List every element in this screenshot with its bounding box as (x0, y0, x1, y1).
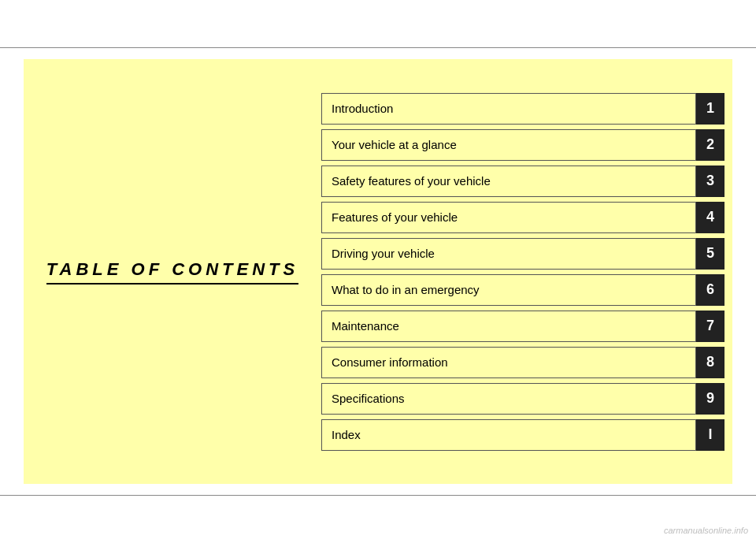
toc-item-number: I (696, 419, 724, 451)
toc-list: Introduction1Your vehicle at a glance2Sa… (321, 81, 732, 463)
toc-item[interactable]: Maintenance7 (321, 311, 724, 342)
toc-item[interactable]: Specifications9 (321, 383, 724, 415)
toc-item-number: 9 (696, 383, 724, 415)
toc-item-label: Safety features of your vehicle (321, 166, 696, 197)
toc-item-label: Your vehicle at a glance (321, 129, 696, 161)
main-container: TABLE OF CONTENTS Introduction1Your vehi… (24, 59, 732, 484)
toc-item[interactable]: Driving your vehicle5 (321, 238, 724, 270)
toc-item-number: 2 (696, 129, 724, 161)
toc-item-label: Driving your vehicle (321, 238, 696, 270)
toc-item[interactable]: IndexI (321, 419, 724, 451)
toc-item-number: 4 (696, 202, 724, 233)
toc-item[interactable]: Consumer information8 (321, 347, 724, 378)
toc-item-number: 3 (696, 166, 724, 197)
toc-item[interactable]: Introduction1 (321, 93, 724, 125)
left-panel: TABLE OF CONTENTS (24, 244, 321, 300)
toc-item[interactable]: Features of your vehicle4 (321, 202, 724, 233)
toc-item-label: Introduction (321, 93, 696, 125)
toc-item-number: 5 (696, 238, 724, 270)
toc-item-number: 6 (696, 274, 724, 306)
toc-item[interactable]: Safety features of your vehicle3 (321, 166, 724, 197)
toc-item-label: Consumer information (321, 347, 696, 378)
toc-item[interactable]: Your vehicle at a glance2 (321, 129, 724, 161)
toc-item-number: 1 (696, 93, 724, 125)
toc-title: TABLE OF CONTENTS (46, 259, 298, 285)
toc-item[interactable]: What to do in an emergency6 (321, 274, 724, 306)
toc-item-label: Features of your vehicle (321, 202, 696, 233)
top-rule (0, 47, 756, 48)
toc-item-label: Specifications (321, 383, 696, 415)
watermark: carmanualsonline.info (664, 526, 748, 535)
toc-item-label: Maintenance (321, 311, 696, 342)
toc-item-number: 8 (696, 347, 724, 378)
toc-item-number: 7 (696, 311, 724, 342)
toc-item-label: Index (321, 419, 696, 451)
bottom-rule (0, 495, 756, 496)
toc-item-label: What to do in an emergency (321, 274, 696, 306)
